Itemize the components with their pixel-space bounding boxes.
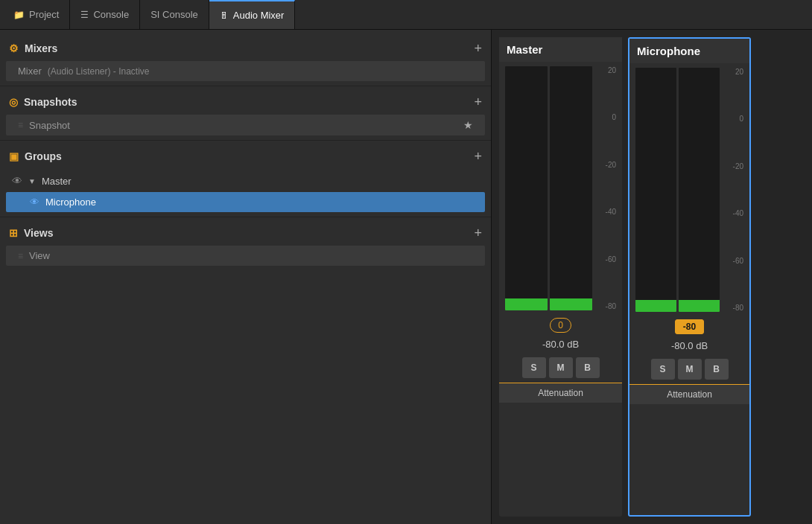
channel-master: Master 20 0 -20 -40 [499, 37, 622, 517]
right-panel: Master 20 0 -20 -40 [492, 30, 812, 524]
views-icon: ⊞ [9, 227, 18, 239]
microphone-db-value: -80.0 dB [671, 340, 708, 351]
mixers-section-header: ⚙ Mixers + [0, 37, 491, 60]
tab-audio-mixer[interactable]: 🎚 Audio Mixer [209, 0, 296, 29]
channel-microphone-name: Microphone [629, 39, 749, 63]
master-bar-left [505, 66, 548, 310]
add-group-button[interactable]: + [474, 150, 482, 163]
add-view-button[interactable]: + [474, 226, 482, 240]
master-s-button[interactable]: S [522, 357, 546, 378]
sep3 [0, 217, 491, 217]
master-scale: 20 0 -20 -40 -60 -80 [595, 66, 616, 310]
star-icon[interactable]: ★ [463, 119, 473, 131]
master-smb-buttons: S M B [522, 357, 600, 378]
tab-si-console[interactable]: SI Console [140, 0, 209, 29]
add-snapshot-button[interactable]: + [474, 95, 482, 109]
microphone-bar-right [679, 68, 720, 312]
microphone-meter: 20 0 -20 -40 -60 -80 [629, 63, 749, 316]
microphone-scale: 20 0 -20 -40 -60 -80 [723, 68, 743, 312]
master-b-button[interactable]: B [576, 357, 600, 378]
master-fader-value[interactable]: 0 [550, 318, 571, 333]
tab-project[interactable]: 📁 Project [3, 0, 70, 29]
hamburger-icon: ≡ [18, 120, 23, 130]
groups-title: ▣ Groups [9, 150, 62, 162]
microphone-fader-value[interactable]: -80 [675, 319, 704, 334]
group-microphone[interactable]: 👁 Microphone [6, 192, 485, 212]
left-panel: ⚙ Mixers + Mixer (Audio Listener) - Inac… [0, 30, 492, 524]
views-section-header: ⊞ Views + [0, 222, 491, 244]
groups-list: 👁 ▼ Master 👁 Microphone [6, 170, 485, 212]
snapshot-icon: ◎ [9, 96, 18, 108]
folder-icon: 📁 [13, 10, 25, 20]
groups-icon: ▣ [9, 150, 19, 162]
master-m-button[interactable]: M [549, 357, 573, 378]
microphone-smb-buttons: S M B [651, 359, 729, 380]
group-master[interactable]: 👁 ▼ Master [6, 170, 485, 191]
eye-icon-master: 👁 [12, 175, 22, 187]
master-bar-right [550, 66, 592, 310]
master-db-value: -80.0 dB [542, 339, 579, 350]
microphone-attenuation: Attenuation [629, 384, 749, 404]
channel-microphone: Microphone 20 0 -20 - [628, 37, 751, 517]
console-icon: ☰ [80, 10, 89, 20]
channel-master-name: Master [499, 37, 622, 62]
mixer-icon: 🎚 [220, 10, 229, 21]
main-layout: ⚙ Mixers + Mixer (Audio Listener) - Inac… [0, 30, 812, 524]
snapshots-title: ◎ Snapshots [9, 96, 77, 108]
master-meter: 20 0 -20 -40 -60 -80 [499, 62, 622, 315]
view-item[interactable]: ≡ View [6, 246, 485, 266]
snapshots-section-header: ◎ Snapshots + [0, 91, 491, 113]
snapshot-item[interactable]: ≡ Snapshot ★ [6, 115, 485, 135]
microphone-b-button[interactable]: B [705, 359, 729, 380]
sep1 [0, 86, 491, 86]
microphone-s-button[interactable]: S [651, 359, 675, 380]
sep2 [0, 140, 491, 141]
add-mixer-button[interactable]: + [474, 42, 482, 55]
view-hamburger-icon: ≡ [18, 251, 23, 261]
microphone-bar-left [635, 68, 676, 312]
eye-icon-microphone: 👁 [30, 196, 39, 208]
arrow-icon: ▼ [28, 177, 36, 185]
microphone-m-button[interactable]: M [678, 359, 702, 380]
mixers-title: ⚙ Mixers [9, 42, 57, 54]
mixer-sliders-icon: ⚙ [9, 42, 19, 54]
tab-console[interactable]: ☰ Console [70, 0, 140, 29]
mixer-item[interactable]: Mixer (Audio Listener) - Inactive [6, 61, 485, 81]
master-attenuation: Attenuation [499, 383, 622, 403]
views-title: ⊞ Views [9, 227, 53, 239]
groups-section-header: ▣ Groups + [0, 145, 491, 167]
tab-bar: 📁 Project ☰ Console SI Console 🎚 Audio M… [0, 0, 812, 30]
